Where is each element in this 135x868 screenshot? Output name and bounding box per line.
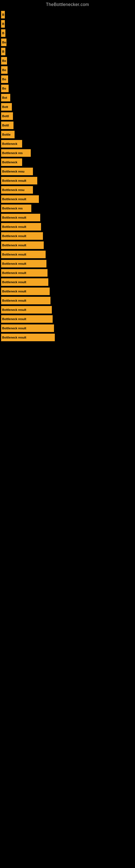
bar-label: Bo: [2, 59, 6, 62]
bar-label: Bottleneck result: [2, 179, 26, 182]
bar-label: Bottleneck result: [2, 244, 26, 247]
bar-row: Bo: [0, 57, 135, 65]
bar-item: Bottle: [1, 131, 14, 138]
bar-label: Bo: [2, 78, 6, 81]
bar-item: Bott: [1, 103, 12, 111]
site-title: TheBottlenecker.com: [0, 0, 135, 8]
bar-row: Bottleneck res: [0, 149, 135, 157]
bar-item: Bottleneck result: [1, 269, 48, 277]
bar-row: Bottleneck resu: [0, 167, 135, 175]
bar-item: B: [1, 11, 5, 19]
bar-row: B: [0, 48, 135, 55]
bar-item: Bottleneck result: [1, 287, 50, 295]
bar-row: Bottleneck result: [0, 223, 135, 230]
bar-row: Bottleneck resu: [0, 186, 135, 194]
bar-label: Bottleneck result: [2, 336, 26, 339]
bar-row: Bottle: [0, 131, 135, 138]
bar-row: Bottleneck res: [0, 205, 135, 212]
bar-label: Bottleneck result: [2, 225, 26, 228]
bar-label: Bottleneck result: [2, 235, 26, 238]
bar-label: Bottle: [2, 133, 10, 136]
bar-item: Bottleneck result: [1, 260, 46, 268]
bar-item: Bottleneck resu: [1, 186, 33, 194]
bar-row: Bottleneck result: [0, 232, 135, 240]
bar-row: Bottleneck result: [0, 251, 135, 258]
bar-label: B: [2, 22, 4, 26]
bar-row: Bottleneck: [0, 140, 135, 148]
bar-label: Bottleneck: [2, 142, 17, 145]
bar-label: Bo: [2, 41, 6, 44]
bar-label: Bottleneck res: [2, 207, 23, 210]
bar-label: B: [2, 50, 4, 53]
bar-row: B: [0, 11, 135, 19]
bar-label: Bottleneck result: [2, 216, 26, 219]
bar-item: Bottleneck res: [1, 205, 31, 212]
bar-item: Bottleneck result: [1, 177, 37, 184]
bar-label: Bottleneck result: [2, 271, 26, 275]
bar-label: Bottleneck result: [2, 253, 26, 256]
bar-item: Bottleneck result: [1, 232, 43, 240]
bar-label: Bottl: [2, 115, 9, 118]
bar-item: B: [1, 20, 5, 28]
bar-item: Bottleneck result: [1, 306, 52, 314]
bar-item: Bottleneck result: [1, 195, 39, 203]
bar-label: Bott: [2, 105, 8, 108]
bar-item: Bottleneck: [1, 158, 22, 166]
bar-item: Bottleneck result: [1, 297, 50, 304]
bar-row: Bottleneck result: [0, 306, 135, 314]
bar-row: Bot: [0, 94, 135, 101]
bar-row: Bottleneck result: [0, 214, 135, 221]
bar-row: Bottleneck result: [0, 195, 135, 203]
bar-row: Bottleneck result: [0, 334, 135, 341]
bar-label: Bottleneck result: [2, 327, 26, 330]
bar-label: Bottleneck: [2, 161, 17, 164]
bar-row: Bo: [0, 66, 135, 74]
bar-row: Bottl: [0, 122, 135, 129]
bar-row: Bottl: [0, 112, 135, 120]
bar-item: Bottleneck result: [1, 241, 44, 249]
bar-row: Bottleneck result: [0, 297, 135, 304]
bar-item: Bottleneck result: [1, 278, 48, 286]
bar-row: Bottleneck result: [0, 269, 135, 277]
bar-label: Bottleneck result: [2, 317, 26, 321]
bar-item: Bottleneck result: [1, 251, 46, 258]
bar-row: Bottleneck result: [0, 278, 135, 286]
bar-label: Bo: [2, 87, 6, 90]
bar-item: Bo: [1, 66, 8, 74]
bar-row: Bott: [0, 103, 135, 111]
bar-row: B: [0, 29, 135, 37]
bar-item: Bo: [1, 75, 8, 83]
bar-row: B: [0, 20, 135, 28]
bar-label: Bo: [2, 68, 6, 72]
bar-row: Bottleneck result: [0, 241, 135, 249]
bar-label: B: [2, 13, 4, 16]
bar-row: Bottleneck: [0, 158, 135, 166]
bar-label: Bottleneck result: [2, 197, 26, 201]
bar-label: Bottleneck result: [2, 299, 26, 302]
bar-row: Bo: [0, 85, 135, 92]
bar-row: Bottleneck result: [0, 177, 135, 184]
bar-row: Bo: [0, 75, 135, 83]
bar-label: Bottleneck result: [2, 280, 26, 284]
bar-label: Bottleneck result: [2, 308, 26, 311]
bar-item: Bottleneck result: [1, 324, 54, 332]
bar-item: Bottleneck result: [1, 214, 40, 221]
bar-item: Bottleneck result: [1, 334, 55, 341]
bar-label: Bottleneck result: [2, 290, 26, 293]
bar-label: Bottleneck res: [2, 151, 23, 155]
bar-row: Bo: [0, 38, 135, 46]
bar-row: Bottleneck result: [0, 260, 135, 268]
bar-item: Bottleneck: [1, 140, 22, 148]
bar-row: Bottleneck result: [0, 287, 135, 295]
bar-label: Bot: [2, 96, 7, 99]
bar-item: Bot: [1, 94, 10, 101]
bar-item: Bo: [1, 57, 7, 65]
bar-label: Bottl: [2, 124, 9, 127]
bar-item: B: [1, 48, 5, 55]
bar-item: Bottl: [1, 112, 13, 120]
bar-item: Bottleneck result: [1, 223, 41, 230]
bar-row: Bottleneck result: [0, 315, 135, 323]
bar-item: Bottleneck resu: [1, 167, 33, 175]
bar-item: Bottl: [1, 122, 13, 129]
bar-item: Bo: [1, 85, 9, 92]
